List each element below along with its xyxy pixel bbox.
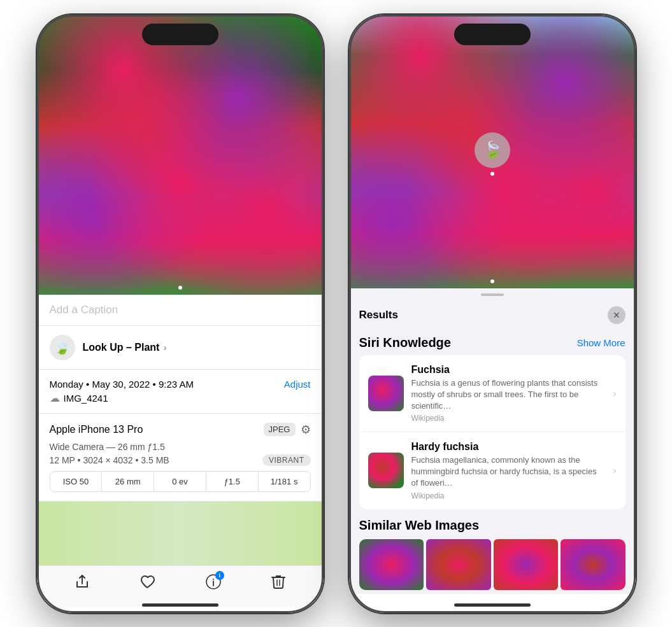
fuchsia-description: Fuchsia is a genus of flowering plants t… <box>411 377 606 412</box>
lookup-subject: Plant <box>134 342 159 353</box>
lookup-chevron-icon: › <box>164 342 167 353</box>
favorite-button[interactable] <box>139 574 155 593</box>
device-name: Apple iPhone 13 Pro <box>50 424 143 435</box>
knowledge-item-hardy[interactable]: Hardy fuchsia Fuchsia magellanica, commo… <box>359 432 626 509</box>
photo-display[interactable] <box>37 15 324 295</box>
vi-dot <box>490 172 494 176</box>
hardy-name: Hardy fuchsia <box>411 441 606 453</box>
home-indicator <box>142 603 218 607</box>
info-badge: i <box>215 571 224 580</box>
fuchsia-thumb-image <box>368 376 404 411</box>
caption-area[interactable]: Add a Caption <box>37 295 324 326</box>
results-title: Results <box>359 309 398 321</box>
date-text: Monday • May 30, 2022 • 9:23 AM <box>50 379 194 390</box>
right-home-indicator <box>454 603 531 607</box>
exif-focal: 26 mm <box>102 472 154 491</box>
close-button[interactable]: ✕ <box>608 306 626 324</box>
fuchsia-content: Fuchsia Fuchsia is a genus of flowering … <box>411 364 606 423</box>
caption-placeholder[interactable]: Add a Caption <box>50 304 118 316</box>
badge-row: JPEG ⚙ <box>264 423 311 437</box>
right-screen: 🍃 Results ✕ Siri Knowledge Show More <box>349 15 636 613</box>
adjust-button[interactable]: Adjust <box>284 379 311 390</box>
leaf-icon: 🍃 <box>54 340 70 355</box>
hardy-thumbnail <box>368 453 404 488</box>
mp-row: 12 MP • 3024 × 4032 • 3.5 MB VIBRANT <box>50 454 311 466</box>
info-button[interactable]: i <box>205 574 222 594</box>
exif-exposure: 0 ev <box>154 472 206 491</box>
delete-button[interactable] <box>271 574 285 593</box>
lookup-row[interactable]: 🍃 Look Up – Plant › <box>37 326 324 370</box>
exif-iso: ISO 50 <box>50 472 103 491</box>
results-panel[interactable]: Results ✕ Siri Knowledge Show More Fuchs… <box>349 288 636 594</box>
hardy-source: Wikipedia <box>411 491 606 500</box>
exif-aperture: ƒ1.5 <box>206 472 259 491</box>
hardy-chevron-icon: › <box>613 465 617 476</box>
web-image-2[interactable] <box>426 539 491 590</box>
dynamic-island <box>142 24 218 45</box>
right-page-dot-1 <box>490 279 494 283</box>
share-button[interactable] <box>75 574 90 593</box>
camera-specs: Wide Camera — 26 mm ƒ1.5 <box>50 442 311 452</box>
web-image-1[interactable] <box>359 539 424 590</box>
knowledge-item-fuchsia[interactable]: Fuchsia Fuchsia is a genus of flowering … <box>359 355 626 433</box>
device-row: Apple iPhone 13 Pro JPEG ⚙ <box>50 423 311 437</box>
fuchsia-chevron-icon: › <box>613 388 617 398</box>
right-dynamic-island <box>454 24 531 45</box>
hardy-content: Hardy fuchsia Fuchsia magellanica, commo… <box>411 441 606 500</box>
left-phone: Add a Caption 🍃 Look Up – Plant › <box>37 15 324 613</box>
svg-point-0 <box>213 579 214 580</box>
siri-knowledge-title: Siri Knowledge <box>359 335 451 350</box>
exif-shutter: 1/181 s <box>259 472 310 491</box>
cloud-icon: ☁ <box>50 392 60 404</box>
visual-intelligence-button[interactable]: 🍃 <box>475 132 510 168</box>
results-header: Results ✕ <box>349 301 636 332</box>
date-row: Monday • May 30, 2022 • 9:23 AM Adjust <box>50 379 311 390</box>
right-phone: 🍃 Results ✕ Siri Knowledge Show More <box>349 15 636 613</box>
right-page-dots <box>490 279 494 283</box>
web-image-4[interactable] <box>561 539 626 590</box>
hardy-description: Fuchsia magellanica, commonly known as t… <box>411 454 606 490</box>
panel-handle <box>481 293 504 296</box>
lookup-icon-circle: 🍃 <box>50 335 75 360</box>
left-screen: Add a Caption 🍃 Look Up – Plant › <box>37 15 324 613</box>
filename-row: ☁ IMG_4241 <box>50 392 311 404</box>
siri-knowledge-header: Siri Knowledge Show More <box>349 332 636 355</box>
show-more-button[interactable]: Show More <box>577 337 626 348</box>
fuchsia-source: Wikipedia <box>411 414 606 423</box>
camera-icon: ⚙ <box>301 423 311 437</box>
web-images-grid <box>359 539 626 590</box>
format-badge: JPEG <box>264 423 296 436</box>
filename-text: IMG_4241 <box>64 393 108 404</box>
right-photo-display[interactable]: 🍃 <box>349 15 636 288</box>
device-section: Apple iPhone 13 Pro JPEG ⚙ Wide Camera —… <box>37 414 324 502</box>
web-images-title: Similar Web Images <box>359 518 626 533</box>
lookup-text: Look Up – <box>83 342 135 353</box>
map-area[interactable] <box>37 502 324 565</box>
lookup-label-container: Look Up – Plant › <box>83 342 167 353</box>
lookup-label: Look Up – Plant › <box>83 342 167 353</box>
hardy-thumb-image <box>368 453 404 488</box>
map-background <box>37 502 324 565</box>
mp-text: 12 MP • 3024 × 4032 • 3.5 MB <box>50 455 169 465</box>
photo-info-scroll[interactable]: Add a Caption 🍃 Look Up – Plant › <box>37 295 324 565</box>
page-dot-1 <box>178 286 182 290</box>
web-images-section: Similar Web Images <box>349 512 636 594</box>
phones-container: Add a Caption 🍃 Look Up – Plant › <box>24 2 648 626</box>
date-info-section: Monday • May 30, 2022 • 9:23 AM Adjust ☁… <box>37 370 324 414</box>
knowledge-card: Fuchsia Fuchsia is a genus of flowering … <box>359 355 626 509</box>
page-dots <box>178 286 182 290</box>
leaf-vi-icon: 🍃 <box>482 140 503 160</box>
fuchsia-photo <box>37 15 324 295</box>
photo-toolbar: i <box>37 565 324 607</box>
vibrant-badge: VIBRANT <box>262 454 311 466</box>
exif-row: ISO 50 26 mm 0 ev ƒ1.5 1/181 s <box>50 471 311 492</box>
fuchsia-thumbnail <box>368 376 404 411</box>
fuchsia-name: Fuchsia <box>411 364 606 376</box>
web-image-3[interactable] <box>494 539 559 590</box>
